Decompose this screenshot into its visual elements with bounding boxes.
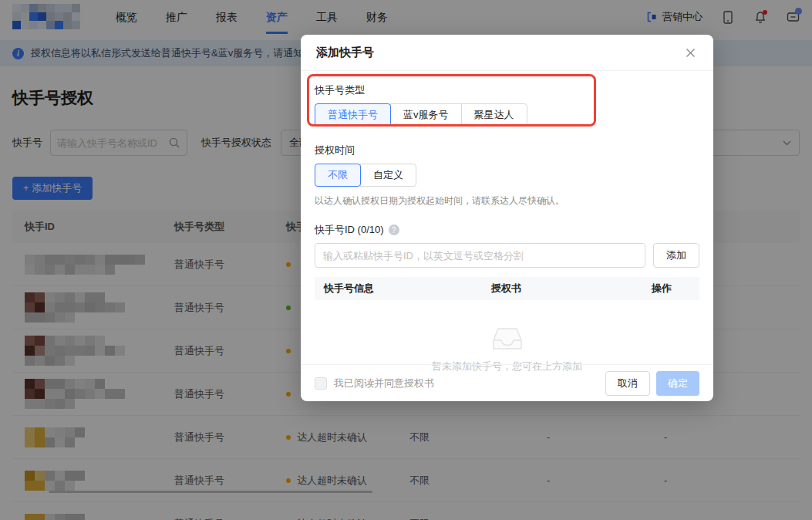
col-authorization: 授权书 [491, 282, 652, 295]
account-id-input[interactable] [315, 243, 645, 268]
add-account-modal: 添加快手号 快手号类型 普通快手号蓝v服务号聚星达人 授权时间 不限自定义 以达… [301, 35, 713, 401]
close-button[interactable] [682, 45, 698, 60]
add-id-button[interactable]: 添加 [653, 243, 699, 268]
account-type-group: 普通快手号蓝v服务号聚星达人 [315, 103, 527, 127]
account-type-label: 快手号类型 [315, 71, 699, 97]
account-type-option-0[interactable]: 普通快手号 [315, 103, 391, 127]
auth-time-label: 授权时间 [315, 127, 699, 157]
pending-accounts-header: 快手号信息 授权书 操作 [315, 277, 699, 300]
agree-checkbox[interactable] [315, 377, 327, 390]
account-id-label: 快手号ID (0/10) ? [315, 208, 699, 237]
help-icon[interactable]: ? [389, 225, 399, 235]
col-account-info: 快手号信息 [315, 282, 491, 295]
agree-label: 我已阅读并同意授权书 [334, 376, 434, 390]
confirm-button[interactable]: 确定 [656, 371, 699, 396]
cancel-button[interactable]: 取消 [605, 371, 650, 396]
modal-title: 添加快手号 [316, 46, 374, 60]
col-actions: 操作 [652, 282, 699, 295]
close-icon [686, 48, 696, 58]
auth-time-option-0[interactable]: 不限 [315, 164, 361, 187]
modal-body: 快手号类型 普通快手号蓝v服务号聚星达人 授权时间 不限自定义 以达人确认授权日… [301, 71, 713, 399]
auth-time-option-1[interactable]: 自定义 [360, 164, 416, 187]
modal-footer: 我已阅读并同意授权书 取消 确定 [301, 364, 713, 401]
account-type-option-1[interactable]: 蓝v服务号 [390, 103, 462, 127]
modal-header: 添加快手号 [301, 35, 713, 71]
account-type-option-2[interactable]: 聚星达人 [461, 103, 527, 127]
empty-inbox-icon [490, 326, 525, 352]
auth-time-group: 不限自定义 [315, 164, 416, 187]
account-id-row: 添加 [315, 243, 699, 268]
auth-time-hint: 以达人确认授权日期为授权起始时间，请联系达人尽快确认。 [315, 194, 699, 208]
